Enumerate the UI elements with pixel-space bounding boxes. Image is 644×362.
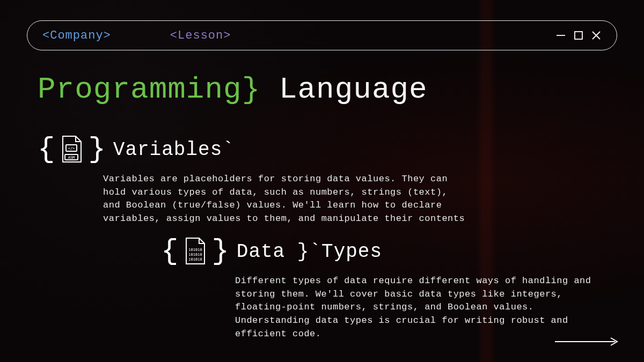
section-title: Variables` xyxy=(113,139,235,161)
company-label: <Company> xyxy=(42,29,111,42)
window-title-bar: <Company> <Lesson> xyxy=(27,20,617,50)
section-header: { 101010 101010 101010 } Data }`Types xyxy=(161,236,606,267)
window-controls xyxy=(555,30,602,41)
next-arrow-icon[interactable] xyxy=(555,337,619,349)
open-brace-icon: { xyxy=(38,135,55,164)
section-body: Variables are placeholders for storing d… xyxy=(103,173,468,226)
page-title: Programming} Language xyxy=(38,72,428,107)
title-part2: Language xyxy=(279,72,428,107)
section-variables: { </> ASM } Variables` Variables are pla… xyxy=(38,134,499,226)
svg-text:101010: 101010 xyxy=(189,253,202,257)
svg-text:</>: </> xyxy=(68,146,75,151)
section-title: Data }`Types xyxy=(237,241,382,263)
close-icon[interactable] xyxy=(591,30,602,41)
minimize-icon[interactable] xyxy=(555,30,566,41)
title-part1: Programming} xyxy=(38,72,260,107)
maximize-icon[interactable] xyxy=(574,31,583,40)
lesson-label: <Lesson> xyxy=(170,29,231,42)
svg-text:101010: 101010 xyxy=(189,257,202,262)
section-data-types: { 101010 101010 101010 } Data }`Types Di… xyxy=(161,236,606,341)
svg-text:ASM: ASM xyxy=(68,156,75,160)
svg-text:101010: 101010 xyxy=(189,248,202,252)
section-header: { </> ASM } Variables` xyxy=(38,134,499,165)
asm-file-icon: </> ASM xyxy=(58,134,85,165)
open-brace-icon: { xyxy=(161,237,178,266)
section-body: Different types of data require differen… xyxy=(235,275,600,341)
close-brace-icon: } xyxy=(211,237,229,266)
binary-file-icon: 101010 101010 101010 xyxy=(181,236,208,267)
close-brace-icon: } xyxy=(88,135,105,164)
svg-rect-1 xyxy=(575,32,582,39)
